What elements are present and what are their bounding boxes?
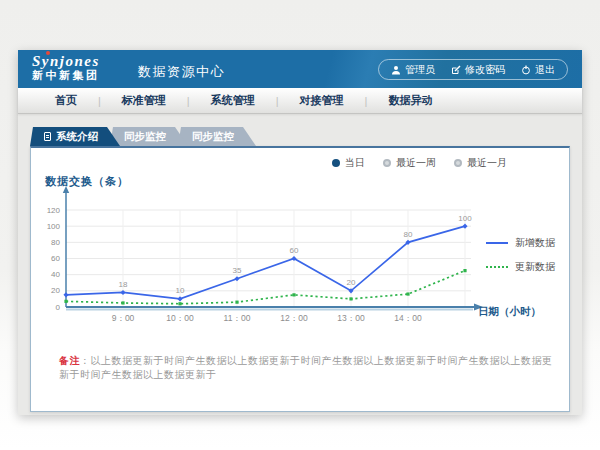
svg-text:14：00: 14：00 [394,313,422,323]
nav-item-system-mgmt[interactable]: 系统管理 [190,93,276,108]
svg-text:9：00: 9：00 [112,313,135,323]
svg-text:10：00: 10：00 [166,313,194,323]
admin-user-button[interactable]: 管理员 [391,63,435,77]
time-range-filter: 当日 最近一周 最近一月 [332,156,507,170]
footer-note: 备注：以上数据更新于时间产生数据以上数据更新于时间产生数据以上数据更新于时间产生… [59,354,555,382]
main-nav: 首页 | 标准管理 | 系统管理 | 对接管理 | 数据异动 [18,88,582,114]
nav-item-standard-mgmt[interactable]: 标准管理 [101,93,187,108]
svg-text:0: 0 [56,303,61,312]
radio-last-week[interactable]: 最近一周 [383,156,436,170]
svg-text:60: 60 [290,246,299,255]
svg-text:日期（小时）: 日期（小时） [478,305,541,318]
svg-text:20: 20 [347,278,356,287]
dotted-line-icon [486,266,508,268]
radio-today[interactable]: 当日 [332,156,365,170]
nav-item-data-change[interactable]: 数据异动 [367,93,453,108]
change-password-button[interactable]: 修改密码 [451,63,505,77]
edit-icon [451,65,461,75]
power-icon [521,65,531,75]
solid-line-icon [486,242,508,244]
svg-text:10: 10 [176,286,185,295]
logo-text-en: Synjones [32,53,100,70]
svg-text:40: 40 [51,270,60,279]
user-icon [391,65,401,75]
svg-text:120: 120 [47,206,61,215]
app-header: Synjones 新中新集团 数据资源中心 管理员 修改密码 [18,50,582,88]
svg-text:80: 80 [51,238,60,247]
tab-system-intro[interactable]: 系统介绍 [30,127,120,146]
svg-text:100: 100 [458,214,472,223]
radio-unselected-icon [383,159,391,167]
page-title: 数据资源中心 [138,63,225,81]
svg-text:11：00: 11：00 [224,313,251,323]
tab-sync-monitor-2[interactable]: 同步监控 [178,127,256,146]
radio-unselected-icon [454,159,462,167]
svg-text:13：00: 13：00 [337,313,365,323]
app-window: Synjones 新中新集团 数据资源中心 管理员 修改密码 [18,50,582,415]
page: { "header": { "logo_line1": "Synjones", … [0,0,600,450]
svg-text:20: 20 [51,286,60,295]
document-icon [44,132,51,141]
svg-text:60: 60 [51,254,60,263]
legend-item-update-data[interactable]: 更新数据 [486,260,555,274]
radio-last-month[interactable]: 最近一月 [454,156,507,170]
content-panel: 当日 最近一周 最近一月 数据交换（条） 0204060801001209：00… [30,146,570,412]
svg-text:80: 80 [404,230,413,239]
logo-red-dot-icon [46,51,50,55]
company-logo[interactable]: Synjones 新中新集团 [32,53,100,82]
note-text: ：以上数据更新于时间产生数据以上数据更新于时间产生数据以上数据更新于时间产生数据… [59,355,553,380]
note-label: 备注 [59,355,80,366]
tab-sync-monitor-1[interactable]: 同步监控 [110,127,188,146]
tab-bar: 系统介绍 同步监控 同步监控 [30,127,256,146]
svg-text:12：00: 12：00 [280,313,308,323]
svg-text:18: 18 [119,280,128,289]
svg-text:35: 35 [233,266,242,275]
logout-button[interactable]: 退出 [521,63,555,77]
svg-text:100: 100 [47,222,61,231]
nav-item-interface-mgmt[interactable]: 对接管理 [279,93,365,108]
radio-selected-icon [332,159,340,167]
logo-text-cn: 新中新集团 [32,70,100,82]
nav-item-home[interactable]: 首页 [34,93,98,108]
user-menu: 管理员 修改密码 退出 [378,59,568,80]
chart-legend: 新增数据 更新数据 [486,236,555,284]
legend-item-new-data[interactable]: 新增数据 [486,236,555,250]
